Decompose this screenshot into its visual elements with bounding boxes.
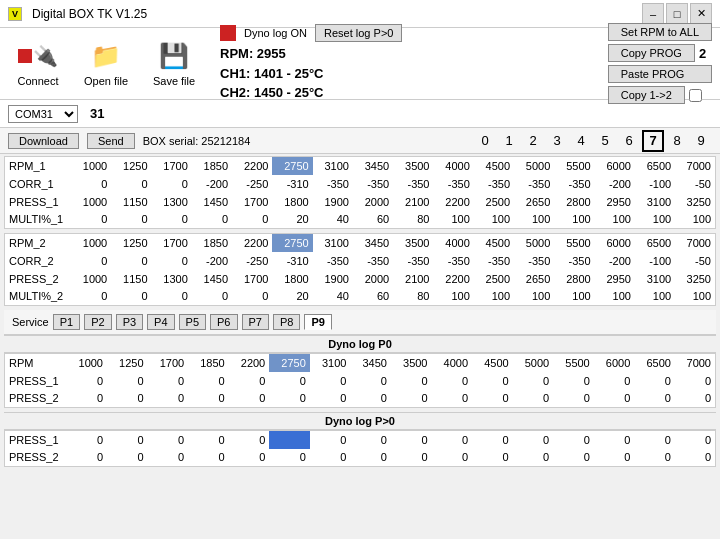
download-button[interactable]: Download xyxy=(8,133,79,149)
dyno-pgt0-cell: 0 xyxy=(391,431,432,449)
num-tab-5[interactable]: 5 xyxy=(594,130,616,152)
cell: 3500 xyxy=(393,234,433,252)
open-file-label: Open file xyxy=(84,75,128,87)
cell: -350 xyxy=(554,252,594,270)
service-tab-p9[interactable]: P9 xyxy=(304,314,331,330)
dyno-pgt0-cell: 0 xyxy=(675,449,716,467)
action-bar: Download Send BOX serial: 25212184 01234… xyxy=(0,128,720,154)
close-button[interactable]: ✕ xyxy=(690,3,712,25)
cell: 100 xyxy=(675,211,715,229)
copy-1-2-checkbox[interactable] xyxy=(689,89,702,102)
set-rpm-all-button[interactable]: Set RPM to ALL xyxy=(608,23,712,41)
dyno-cell: 0 xyxy=(148,372,189,390)
num-tab-8[interactable]: 8 xyxy=(666,130,688,152)
cell: 4500 xyxy=(474,157,514,175)
dyno-pgt0-cell: 0 xyxy=(107,431,148,449)
com-port-select[interactable]: COM31 xyxy=(8,105,78,123)
cell: 2200 xyxy=(434,270,474,288)
cell: 0 xyxy=(152,288,192,306)
cell: 6500 xyxy=(635,157,675,175)
dyno-pgt0-cell: 0 xyxy=(513,431,554,449)
num-tab-7[interactable]: 7 xyxy=(642,130,664,152)
cell: 0 xyxy=(192,288,232,306)
dyno-pgt0-cell: 0 xyxy=(148,449,189,467)
cell: 1850 xyxy=(192,157,232,175)
copy-prog-button[interactable]: Copy PROG xyxy=(608,44,695,62)
service-tab-p1[interactable]: P1 xyxy=(53,314,80,330)
cell: 2650 xyxy=(514,193,554,211)
paste-prog-button[interactable]: Paste PROG xyxy=(608,65,712,83)
cell: 2500 xyxy=(474,270,514,288)
dyno-pgt0-row-label: PRESS_1 xyxy=(5,431,67,449)
minimize-button[interactable]: – xyxy=(642,3,664,25)
send-button[interactable]: Send xyxy=(87,133,135,149)
dyno-pgt0-cell: 0 xyxy=(634,449,675,467)
dyno-cell: 3450 xyxy=(350,354,391,372)
cell: 2100 xyxy=(393,193,433,211)
dyno-cell: 0 xyxy=(310,390,351,408)
dyno-cell: 0 xyxy=(350,390,391,408)
copy-prog-row: Copy PROG 2 xyxy=(608,44,712,62)
connect-button[interactable]: 🔌 Connect xyxy=(8,36,68,91)
cell: 6500 xyxy=(635,234,675,252)
maximize-button[interactable]: □ xyxy=(666,3,688,25)
copy-1-2-row: Copy 1->2 xyxy=(608,86,712,104)
cell: 3450 xyxy=(353,157,393,175)
cell: 0 xyxy=(111,175,151,193)
cell: 5000 xyxy=(514,234,554,252)
cell: 5000 xyxy=(514,157,554,175)
cell: 1800 xyxy=(272,270,312,288)
open-file-button[interactable]: 📁 Open file xyxy=(76,36,136,91)
dyno-cell: 0 xyxy=(432,372,473,390)
cell: 0 xyxy=(152,211,192,229)
copy-1-2-button[interactable]: Copy 1->2 xyxy=(608,86,685,104)
cell: 20 xyxy=(272,288,312,306)
cell: 2000 xyxy=(353,193,393,211)
cell: 100 xyxy=(595,288,635,306)
main-content: RPM_110001250170018502200275031003450350… xyxy=(0,154,720,539)
cell: 1700 xyxy=(232,193,272,211)
cell: 0 xyxy=(71,175,111,193)
service-tab-p6[interactable]: P6 xyxy=(210,314,237,330)
num-tab-3[interactable]: 3 xyxy=(546,130,568,152)
service-tab-p3[interactable]: P3 xyxy=(116,314,143,330)
cell: -50 xyxy=(675,175,715,193)
dyno-pgt0-cell: 0 xyxy=(594,449,635,467)
service-tab-p7[interactable]: P7 xyxy=(242,314,269,330)
cell: 3100 xyxy=(635,193,675,211)
dyno-pgt0-cell: 0 xyxy=(432,431,473,449)
cell: 0 xyxy=(232,288,272,306)
dyno-pgt0-row-label: PRESS_2 xyxy=(5,449,67,467)
cell: 0 xyxy=(152,175,192,193)
ch1-display: CH1: 1401 - 25°C xyxy=(220,64,402,84)
num-tab-1[interactable]: 1 xyxy=(498,130,520,152)
connect-icon: 🔌 xyxy=(22,40,54,72)
table-rpm1: RPM_110001250170018502200275031003450350… xyxy=(4,156,716,229)
cell: 100 xyxy=(434,211,474,229)
num-tab-2[interactable]: 2 xyxy=(522,130,544,152)
cell: 2950 xyxy=(595,193,635,211)
service-tab-p4[interactable]: P4 xyxy=(147,314,174,330)
cell: 40 xyxy=(313,211,353,229)
cell: 100 xyxy=(514,211,554,229)
service-tab-p8[interactable]: P8 xyxy=(273,314,300,330)
dyno-pgt0-cell: 0 xyxy=(513,449,554,467)
num-tab-9[interactable]: 9 xyxy=(690,130,712,152)
cell: 2750 xyxy=(272,234,312,252)
service-tab-p2[interactable]: P2 xyxy=(84,314,111,330)
save-file-button[interactable]: 💾 Save file xyxy=(144,36,204,91)
reset-log-button[interactable]: Reset log P>0 xyxy=(315,24,402,42)
dyno-pgt0-cell: 0 xyxy=(553,431,594,449)
num-tab-4[interactable]: 4 xyxy=(570,130,592,152)
dyno-cell: 0 xyxy=(513,372,554,390)
cell: 1700 xyxy=(232,270,272,288)
dyno-cell: 0 xyxy=(634,372,675,390)
cell: 1900 xyxy=(313,193,353,211)
num-tab-0[interactable]: 0 xyxy=(474,130,496,152)
cell: -200 xyxy=(595,252,635,270)
service-tab-p5[interactable]: P5 xyxy=(179,314,206,330)
num-tab-6[interactable]: 6 xyxy=(618,130,640,152)
status-bar: COM31 31 xyxy=(0,100,720,128)
dyno-stats: RPM: 2955 CH1: 1401 - 25°C CH2: 1450 - 2… xyxy=(220,44,402,103)
dyno-cell: 0 xyxy=(391,390,432,408)
